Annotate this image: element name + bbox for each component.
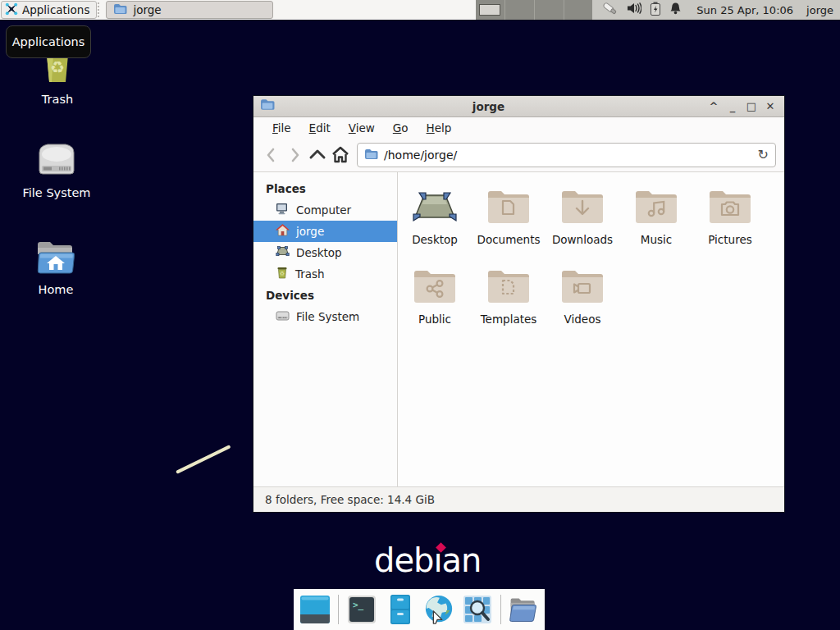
pictures-folder-icon bbox=[704, 184, 756, 230]
notifications-bell-icon[interactable] bbox=[669, 2, 682, 18]
desktop-icon-label: Trash bbox=[42, 93, 73, 106]
sidebar-item-label: Desktop bbox=[296, 246, 342, 259]
window-body: Places Computer bbox=[253, 172, 784, 486]
taskbar-window-label: jorge bbox=[133, 3, 161, 16]
menu-go[interactable]: Go bbox=[386, 119, 416, 137]
hard-drive-icon bbox=[33, 141, 80, 182]
file-manager-window: jorge ^ _ □ ✕ File Edit View Go Help bbox=[253, 95, 785, 513]
file-item-pictures[interactable]: Pictures bbox=[693, 184, 767, 263]
volume-icon[interactable] bbox=[627, 2, 641, 18]
window-title: jorge bbox=[275, 100, 702, 113]
file-system-folder-icon[interactable] bbox=[508, 594, 539, 625]
public-folder-icon bbox=[409, 263, 461, 309]
stylus-icon[interactable] bbox=[600, 1, 619, 19]
file-cabinet-icon[interactable] bbox=[385, 594, 416, 625]
menu-view[interactable]: View bbox=[341, 119, 382, 137]
dock-separator bbox=[500, 595, 501, 624]
file-label: Documents bbox=[477, 233, 541, 246]
folder-icon bbox=[113, 3, 127, 17]
file-item-music[interactable]: Music bbox=[619, 184, 693, 263]
desktop-icon-label: Home bbox=[39, 283, 74, 296]
sidebar-item-label: Trash bbox=[295, 267, 325, 281]
minimize-button[interactable]: _ bbox=[725, 97, 740, 116]
file-label: Downloads bbox=[552, 233, 613, 246]
system-tray: Sun 25 Apr, 10:06 jorge bbox=[592, 0, 840, 20]
bottom-dock: >_ bbox=[294, 589, 545, 630]
terminal-icon[interactable]: >_ bbox=[346, 594, 377, 625]
web-browser-icon[interactable] bbox=[423, 594, 454, 625]
workspace-3[interactable] bbox=[535, 0, 564, 20]
window-titlebar[interactable]: jorge ^ _ □ ✕ bbox=[253, 96, 784, 117]
panel-clock[interactable]: Sun 25 Apr, 10:06 bbox=[696, 4, 793, 16]
workspace-pager bbox=[476, 0, 592, 20]
documents-folder-icon bbox=[482, 184, 535, 230]
sidebar-item-label: Computer bbox=[296, 203, 351, 217]
applications-icon bbox=[5, 2, 18, 18]
applications-label: Applications bbox=[22, 3, 89, 16]
maximize-button[interactable]: □ bbox=[744, 97, 759, 116]
taskbar-window-button[interactable]: jorge bbox=[106, 1, 273, 19]
close-button[interactable]: ✕ bbox=[763, 97, 778, 116]
panel-handle[interactable] bbox=[98, 2, 103, 17]
toolbar: /home/jorge/ ↻ bbox=[253, 139, 784, 172]
dock-separator bbox=[338, 595, 339, 624]
menu-edit[interactable]: Edit bbox=[302, 119, 338, 137]
file-label: Templates bbox=[481, 313, 537, 326]
applications-menu-button[interactable]: Applications bbox=[1, 1, 97, 19]
tooltip-text: Applications bbox=[12, 35, 85, 48]
battery-icon[interactable] bbox=[650, 2, 661, 19]
file-view[interactable]: Desktop Documents bbox=[398, 172, 784, 486]
stray-line-artifact bbox=[176, 445, 231, 474]
file-label: Pictures bbox=[708, 233, 751, 246]
file-label: Videos bbox=[564, 313, 601, 326]
sidebar-item-trash[interactable]: ♻ Trash bbox=[253, 263, 397, 285]
desktop-icon-label: File System bbox=[23, 186, 91, 199]
location-bar[interactable]: /home/jorge/ ↻ bbox=[357, 143, 776, 167]
applications-tooltip: Applications bbox=[6, 25, 91, 58]
home-button[interactable] bbox=[329, 144, 352, 167]
workspace-1[interactable] bbox=[476, 0, 505, 20]
desktop-icon-file-system[interactable]: File System bbox=[11, 141, 103, 199]
menu-file[interactable]: File bbox=[265, 119, 299, 137]
status-text: 8 folders, Free space: 14.4 GiB bbox=[265, 493, 435, 506]
sidebar-item-jorge[interactable]: jorge bbox=[253, 221, 397, 242]
computer-icon bbox=[276, 203, 290, 217]
reload-icon[interactable]: ↻ bbox=[758, 148, 769, 162]
show-desktop-icon[interactable] bbox=[299, 594, 331, 625]
desktop-icon-home[interactable]: Home bbox=[10, 238, 102, 296]
svg-text:♻: ♻ bbox=[280, 271, 285, 277]
sidebar-item-computer[interactable]: Computer bbox=[253, 199, 397, 221]
sidebar: Places Computer bbox=[253, 172, 398, 486]
videos-folder-icon bbox=[556, 263, 609, 309]
path-input[interactable]: /home/jorge/ bbox=[384, 148, 752, 162]
back-button[interactable] bbox=[260, 144, 283, 167]
sidebar-item-label: File System bbox=[296, 310, 359, 323]
file-item-desktop[interactable]: Desktop bbox=[398, 184, 472, 263]
workspace-2[interactable] bbox=[505, 0, 535, 20]
top-panel: Applications jorge bbox=[0, 0, 840, 21]
music-folder-icon bbox=[630, 184, 682, 230]
debian-logo-text: debıan bbox=[374, 541, 481, 579]
sidebar-item-label: jorge bbox=[296, 225, 324, 238]
file-item-documents[interactable]: Documents bbox=[472, 184, 546, 263]
shade-button[interactable]: ^ bbox=[706, 97, 721, 116]
workspace-4[interactable] bbox=[564, 0, 593, 20]
svg-text:♻: ♻ bbox=[50, 57, 65, 77]
statusbar: 8 folders, Free space: 14.4 GiB bbox=[253, 486, 784, 512]
desktop-mini-icon bbox=[276, 245, 290, 260]
desktop-surface-icon bbox=[409, 184, 461, 230]
downloads-folder-icon bbox=[556, 184, 609, 230]
app-finder-icon[interactable] bbox=[462, 594, 493, 625]
window-folder-icon bbox=[260, 98, 275, 114]
up-button[interactable] bbox=[306, 144, 329, 167]
file-item-downloads[interactable]: Downloads bbox=[546, 184, 619, 263]
file-item-templates[interactable]: Templates bbox=[472, 263, 546, 343]
forward-button[interactable] bbox=[283, 144, 306, 167]
svg-text:>_: >_ bbox=[353, 600, 364, 610]
sidebar-item-file-system[interactable]: File System bbox=[253, 306, 397, 327]
file-item-videos[interactable]: Videos bbox=[546, 263, 619, 343]
menu-help[interactable]: Help bbox=[419, 119, 459, 137]
sidebar-item-desktop[interactable]: Desktop bbox=[253, 242, 397, 263]
file-item-public[interactable]: Public bbox=[398, 263, 472, 343]
sidebar-header-places: Places bbox=[253, 178, 397, 199]
